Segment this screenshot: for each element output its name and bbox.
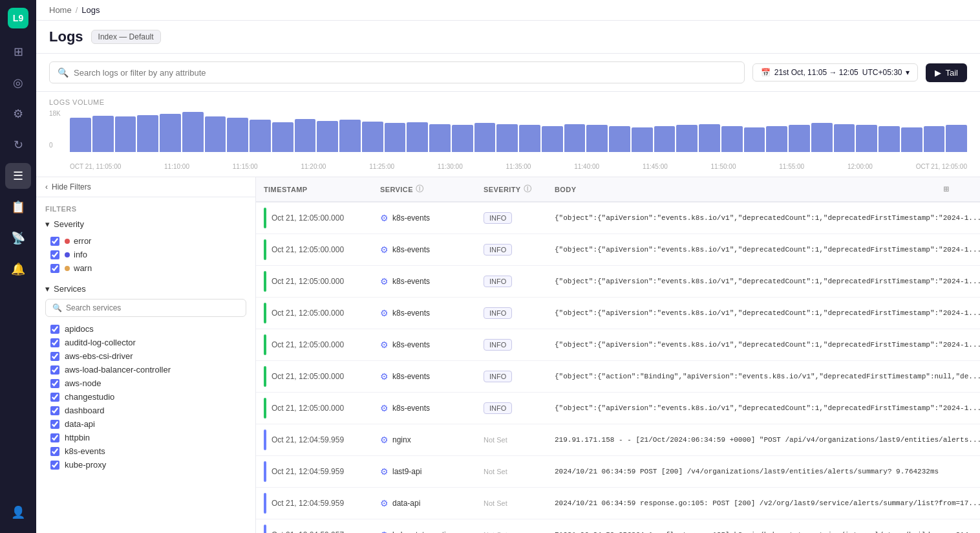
service-checkbox[interactable] [50, 420, 59, 429]
service-checkbox[interactable] [50, 393, 59, 402]
chart-bar[interactable] [339, 120, 361, 152]
service-checkbox[interactable] [50, 325, 59, 334]
chart-bar[interactable] [564, 124, 586, 152]
chart-bar[interactable] [676, 125, 698, 152]
chart-container: 18K 0 [49, 110, 967, 162]
services-search-input[interactable] [66, 303, 239, 312]
chart-bar[interactable] [901, 127, 922, 152]
table-row[interactable]: Oct 21, 12:04:59.959 ⚙ data-api Not Set … [256, 488, 980, 519]
chart-bar[interactable] [429, 124, 451, 152]
services-section-header[interactable]: ▾ Services [45, 284, 246, 294]
service-name: k8s-events [392, 340, 430, 349]
chart-bar[interactable] [160, 114, 181, 152]
chart-bar[interactable] [542, 126, 563, 152]
index-badge[interactable]: Index — Default [91, 30, 161, 44]
cell-body: E1021 06:34:59.956864 1 reflector.go:125… [547, 519, 980, 533]
chart-bar[interactable] [856, 125, 877, 152]
chart-bar[interactable] [137, 115, 158, 152]
content-area: ‹ Hide Filters FILTERS ▾ Severity error [36, 177, 980, 533]
tail-button[interactable]: ▶ Tail [926, 63, 967, 82]
chart-bar[interactable] [92, 116, 114, 152]
table-row[interactable]: Oct 21, 12:05:00.000 ⚙ k8s-events INFO {… [256, 329, 980, 361]
sidebar-item-grid[interactable]: ⊞ [5, 39, 31, 65]
filter-item-service: aws-ebs-csi-driver [50, 349, 246, 363]
chart-bar[interactable] [632, 127, 653, 152]
search-box[interactable]: 🔍 [49, 61, 745, 83]
cell-timestamp: Oct 21, 12:04:59.959 [256, 424, 372, 455]
service-checkbox[interactable] [50, 352, 59, 361]
table-row[interactable]: Oct 21, 12:05:00.000 ⚙ k8s-events INFO {… [256, 202, 980, 234]
service-checkbox[interactable] [50, 461, 59, 470]
chart-bar[interactable] [385, 123, 406, 152]
sidebar-item-settings[interactable]: ⚙ [5, 101, 31, 127]
table-row[interactable]: Oct 21, 12:05:00.000 ⚙ k8s-events INFO {… [256, 266, 980, 298]
breadcrumb-home[interactable]: Home [49, 5, 72, 15]
table-row[interactable]: Oct 21, 12:04:59.959 ⚙ nginx Not Set 219… [256, 424, 980, 456]
chart-bar[interactable] [205, 116, 226, 152]
chart-bar[interactable] [924, 126, 945, 152]
chart-bar[interactable] [362, 122, 383, 152]
chart-bar[interactable] [452, 125, 473, 152]
hide-filters-button[interactable]: ‹ Hide Filters [36, 177, 255, 197]
cell-service: ⚙ k8s-events [372, 234, 476, 265]
error-checkbox[interactable] [50, 237, 59, 246]
breadcrumb-separator: / [76, 5, 78, 15]
sidebar-item-alert[interactable]: 🔔 [5, 256, 31, 282]
service-checkbox[interactable] [50, 338, 59, 347]
chart-bar[interactable] [699, 124, 720, 152]
chart-bar[interactable] [70, 118, 91, 152]
service-checkbox[interactable] [50, 447, 59, 456]
sidebar-item-circle[interactable]: ◎ [5, 70, 31, 96]
search-input[interactable] [74, 68, 736, 78]
chart-bar[interactable] [496, 124, 518, 152]
table-row[interactable]: Oct 21, 12:05:00.000 ⚙ k8s-events INFO {… [256, 298, 980, 329]
service-cell: ⚙ k8s-events [380, 308, 430, 318]
time-selector[interactable]: 📅 21st Oct, 11:05 → 12:05 UTC+05:30 ▾ [752, 63, 919, 82]
chart-bar[interactable] [811, 123, 833, 152]
service-icon: ⚙ [380, 435, 389, 445]
table-row[interactable]: Oct 21, 12:05:00.000 ⚙ k8s-events INFO {… [256, 393, 980, 424]
cell-severity: INFO [476, 393, 547, 424]
services-search-box[interactable]: 🔍 [45, 299, 246, 317]
col-body: BODY ⊞ [547, 177, 957, 201]
service-checkbox[interactable] [50, 406, 59, 415]
chart-bar[interactable] [654, 126, 676, 152]
table-row[interactable]: Oct 21, 12:05:00.000 ⚙ k8s-events INFO {… [256, 234, 980, 266]
table-row[interactable]: Oct 21, 12:04:59.957 ⚙ kube-state-meti N… [256, 519, 980, 533]
service-checkbox[interactable] [50, 379, 59, 388]
sidebar-item-logs[interactable]: ☰ [5, 163, 31, 189]
chart-bar[interactable] [586, 125, 608, 152]
chart-bar[interactable] [407, 122, 428, 153]
service-cell: ⚙ nginx [380, 435, 411, 445]
severity-section-header[interactable]: ▾ Severity [45, 219, 246, 229]
chart-bar[interactable] [519, 125, 540, 152]
chart-bar[interactable] [744, 127, 765, 152]
chart-bar[interactable] [317, 121, 338, 152]
sidebar-item-refresh[interactable]: ↻ [5, 132, 31, 158]
chart-bars[interactable] [70, 110, 967, 152]
chart-bar[interactable] [250, 120, 271, 152]
columns-config-icon[interactable]: ⊞ [943, 185, 949, 193]
chart-bar[interactable] [766, 126, 787, 152]
chart-bar[interactable] [879, 126, 900, 152]
chart-bar[interactable] [272, 122, 293, 153]
sidebar-item-signal[interactable]: 📡 [5, 225, 31, 251]
chart-bar[interactable] [721, 126, 743, 152]
chart-bar[interactable] [474, 123, 496, 152]
chart-bar[interactable] [295, 119, 316, 152]
chart-bar[interactable] [182, 112, 204, 152]
service-checkbox[interactable] [50, 433, 59, 442]
chart-bar[interactable] [946, 125, 967, 152]
chart-bar[interactable] [609, 126, 630, 152]
info-checkbox[interactable] [50, 250, 59, 259]
chart-bar[interactable] [834, 124, 855, 152]
warn-checkbox[interactable] [50, 264, 59, 273]
chart-bar[interactable] [789, 125, 810, 152]
service-checkbox[interactable] [50, 365, 59, 375]
table-row[interactable]: Oct 21, 12:05:00.000 ⚙ k8s-events INFO {… [256, 361, 980, 393]
table-row[interactable]: Oct 21, 12:04:59.959 ⚙ last9-api Not Set… [256, 456, 980, 488]
chart-bar[interactable] [115, 116, 136, 152]
sidebar-item-user[interactable]: 👤 [5, 499, 31, 525]
sidebar-item-clipboard[interactable]: 📋 [5, 194, 31, 220]
chart-bar[interactable] [227, 118, 248, 152]
